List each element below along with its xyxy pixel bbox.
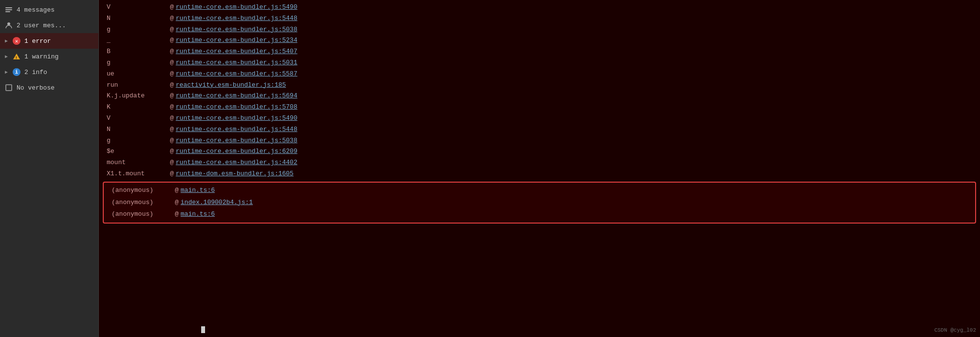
function-name: N [107, 125, 170, 135]
chevron-right-icon: ▶ [5, 54, 8, 59]
log-line: run@ reactivity.esm-bundler.js:185 [99, 80, 980, 91]
function-name: g [107, 25, 170, 35]
log-link[interactable]: runtime-core.esm-bundler.js:5234 [176, 36, 298, 46]
log-line: $e@ runtime-core.esm-bundler.js:6209 [99, 146, 980, 157]
log-link[interactable]: main.ts:6 [181, 186, 215, 196]
sidebar-item-label: 1 warning [24, 53, 58, 60]
log-link[interactable]: runtime-core.esm-bundler.js:5407 [176, 47, 298, 57]
function-name: V [107, 2, 170, 13]
log-output: V@ runtime-core.esm-bundler.js:5490N@ ru… [99, 0, 980, 337]
warning-icon: ! [13, 53, 20, 60]
log-link[interactable]: runtime-core.esm-bundler.js:5448 [176, 14, 298, 24]
log-link[interactable]: runtime-core.esm-bundler.js:5038 [176, 25, 298, 35]
log-line: mount@ runtime-core.esm-bundler.js:4402 [99, 157, 980, 168]
log-link[interactable]: runtime-core.esm-bundler.js:5038 [176, 136, 298, 146]
function-name: (anonymous) [112, 209, 175, 220]
log-line: _@ runtime-core.esm-bundler.js:5234 [99, 35, 980, 46]
log-link[interactable]: main.ts:6 [181, 209, 215, 220]
log-link[interactable]: runtime-core.esm-bundler.js:4402 [176, 158, 298, 168]
function-name: K [107, 102, 170, 112]
log-line: N@ runtime-core.esm-bundler.js:5448 [99, 13, 980, 24]
log-line: K.j.update@ runtime-core.esm-bundler.js:… [99, 91, 980, 102]
messages-icon [5, 6, 13, 14]
function-name: K.j.update [107, 91, 170, 101]
sidebar-item-label: 2 user mes... [17, 22, 66, 29]
error-icon: ✕ [13, 37, 20, 45]
highlighted-log-line: (anonymous)@ main.ts:6 [108, 185, 971, 197]
log-line: V@ runtime-core.esm-bundler.js:5490 [99, 113, 980, 124]
sidebar-item-user-messages[interactable]: 2 user mes... [0, 18, 98, 33]
function-name: g [107, 136, 170, 146]
sidebar-item-label: 4 messages [17, 6, 55, 14]
sidebar-item-error[interactable]: ▶ ✕ 1 error [0, 33, 98, 49]
svg-text:!: ! [15, 56, 18, 60]
log-link[interactable]: runtime-core.esm-bundler.js:5031 [176, 58, 298, 68]
function-name: mount [107, 158, 170, 168]
sidebar: 4 messages 2 user mes... ▶ ✕ 1 error ▶ !… [0, 0, 99, 337]
log-line: g@ runtime-core.esm-bundler.js:5038 [99, 135, 980, 147]
function-name: g [107, 58, 170, 68]
sidebar-item-label: 1 error [24, 37, 51, 45]
function-name: B [107, 47, 170, 57]
sidebar-item-verbose[interactable]: No verbose [0, 80, 98, 95]
watermark-text: CSDN @cyg_l02 [934, 327, 976, 333]
log-link[interactable]: reactivity.esm-bundler.js:185 [176, 80, 286, 91]
log-line: g@ runtime-core.esm-bundler.js:5038 [99, 24, 980, 36]
function-name: X1.t.mount [107, 169, 170, 179]
function-name: (anonymous) [112, 198, 175, 208]
function-name: $e [107, 147, 170, 157]
function-name: _ [107, 36, 170, 46]
function-name: V [107, 113, 170, 124]
function-name: ue [107, 69, 170, 79]
highlighted-log-line: (anonymous)@ main.ts:6 [108, 208, 971, 221]
log-line: V@ runtime-core.esm-bundler.js:5490 [99, 2, 980, 13]
function-name: N [107, 14, 170, 24]
svg-point-3 [7, 22, 10, 25]
log-line: X1.t.mount@ runtime-dom.esm-bundler.js:1… [99, 168, 980, 180]
log-link[interactable]: runtime-core.esm-bundler.js:5708 [176, 102, 298, 112]
svg-rect-1 [5, 9, 12, 10]
svg-rect-0 [5, 7, 12, 8]
log-link[interactable]: runtime-core.esm-bundler.js:5587 [176, 69, 298, 79]
log-line: g@ runtime-core.esm-bundler.js:5031 [99, 57, 980, 69]
log-link[interactable]: runtime-core.esm-bundler.js:5694 [176, 91, 298, 101]
function-name: (anonymous) [112, 186, 175, 196]
log-link[interactable]: runtime-core.esm-bundler.js:5490 [176, 113, 298, 124]
user-icon [5, 21, 13, 29]
log-link[interactable]: runtime-core.esm-bundler.js:5448 [176, 125, 298, 135]
svg-rect-2 [5, 11, 10, 12]
log-line: B@ runtime-core.esm-bundler.js:5407 [99, 46, 980, 57]
log-link[interactable]: index.109002b4.js:1 [181, 198, 253, 208]
sidebar-item-info[interactable]: ▶ i 2 info [0, 64, 98, 80]
verbose-icon [5, 84, 13, 92]
sidebar-item-label: No verbose [17, 84, 55, 92]
sidebar-item-messages[interactable]: 4 messages [0, 2, 98, 18]
log-link[interactable]: runtime-dom.esm-bundler.js:1605 [176, 169, 294, 179]
log-line: K@ runtime-core.esm-bundler.js:5708 [99, 102, 980, 113]
log-link[interactable]: runtime-core.esm-bundler.js:6209 [176, 147, 298, 157]
sidebar-item-label: 2 info [24, 69, 47, 76]
function-name: run [107, 80, 170, 91]
sidebar-item-warning[interactable]: ▶ ! 1 warning [0, 49, 98, 64]
terminal-cursor [201, 326, 205, 333]
chevron-right-icon: ▶ [5, 38, 8, 44]
info-icon: i [13, 68, 20, 76]
log-lines: V@ runtime-core.esm-bundler.js:5490N@ ru… [99, 2, 980, 180]
highlighted-log-section: (anonymous)@ main.ts:6(anonymous)@ index… [103, 182, 976, 224]
highlighted-log-line: (anonymous)@ index.109002b4.js:1 [108, 197, 971, 209]
log-line: ue@ runtime-core.esm-bundler.js:5587 [99, 69, 980, 80]
log-link[interactable]: runtime-core.esm-bundler.js:5490 [176, 2, 298, 13]
chevron-right-icon: ▶ [5, 69, 8, 75]
log-line: N@ runtime-core.esm-bundler.js:5448 [99, 124, 980, 135]
